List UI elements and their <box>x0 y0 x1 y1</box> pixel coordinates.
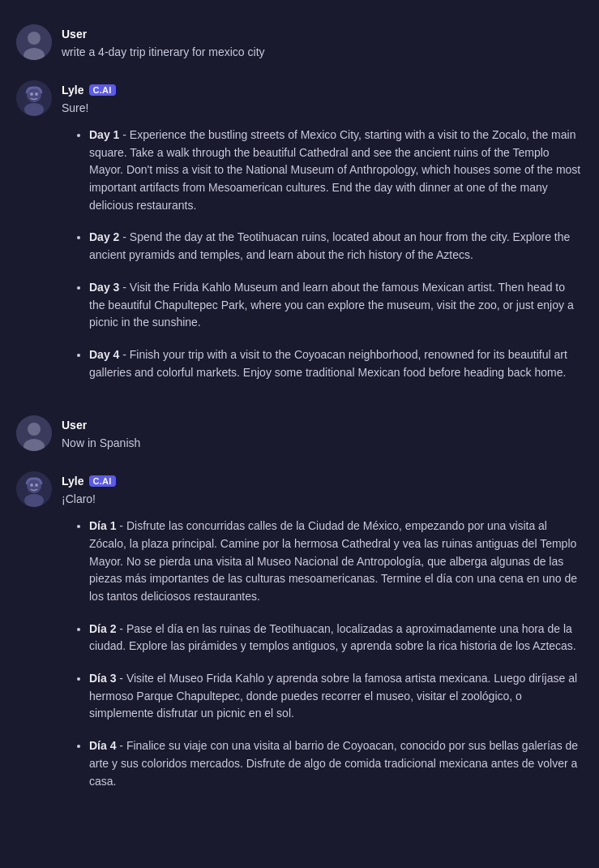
day-text: - Experience the bustling streets of Mex… <box>89 128 580 212</box>
message-header-4: Lyle C.AI <box>62 475 583 488</box>
message-block-3: User Now in Spanish <box>16 415 583 452</box>
day-label: Day 2 <box>89 230 119 243</box>
itinerary-english: Day 1 - Experience the bustling streets … <box>62 127 583 381</box>
list-item: Day 2 - Spend the day at the Teotihuacan… <box>89 229 583 264</box>
avatar-lyle-2 <box>16 471 52 507</box>
message-block-2: Lyle C.AI Sure! Day 1 - Experience the b… <box>16 80 583 396</box>
day-text: - Pase el día en las ruinas de Teotihuac… <box>89 622 576 653</box>
day-text: - Visite el Museo Frida Kahlo y aprenda … <box>89 672 577 720</box>
list-item: Day 4 - Finish your trip with a visit to… <box>89 346 583 381</box>
sender-name-1: User <box>62 28 87 41</box>
sender-name-2: Lyle <box>62 84 84 97</box>
day-text: - Visit the Frida Kahlo Museum and learn… <box>89 281 574 329</box>
cai-badge-2: C.AI <box>89 475 116 487</box>
svg-point-9 <box>28 423 41 436</box>
message-content-2: Lyle C.AI Sure! Day 1 - Experience the b… <box>62 80 583 396</box>
cai-badge-1: C.AI <box>89 84 116 96</box>
day-text: - Finalice su viaje con una visita al ba… <box>89 739 578 787</box>
message-content-1: User write a 4-day trip itinerary for me… <box>62 24 583 61</box>
svg-point-13 <box>24 494 44 507</box>
itinerary-spanish: Día 1 - Disfrute las concurridas calles … <box>62 518 583 790</box>
day-label: Día 2 <box>89 622 116 635</box>
message-intro-4: ¡Claro! <box>62 491 583 508</box>
avatar-lyle-1 <box>16 80 52 116</box>
list-item: Día 4 - Finalice su viaje con una visita… <box>89 737 583 790</box>
list-item: Day 3 - Visit the Frida Kahlo Museum and… <box>89 279 583 332</box>
day-text: - Finish your trip with a visit to the C… <box>89 348 567 379</box>
message-block-1: User write a 4-day trip itinerary for me… <box>16 24 583 61</box>
message-header-2: Lyle C.AI <box>62 84 583 97</box>
day-label: Day 3 <box>89 281 119 294</box>
message-block-4: Lyle C.AI ¡Claro! Día 1 - Disfrute las c… <box>16 471 583 805</box>
message-content-4: Lyle C.AI ¡Claro! Día 1 - Disfrute las c… <box>62 471 583 805</box>
message-text-1: write a 4-day trip itinerary for mexico … <box>62 44 583 61</box>
list-item: Día 1 - Disfrute las concurridas calles … <box>89 518 583 605</box>
sender-name-4: Lyle <box>62 475 84 488</box>
day-label: Día 1 <box>89 519 116 532</box>
chat-container: User write a 4-day trip itinerary for me… <box>0 16 599 832</box>
day-label: Day 1 <box>89 128 119 141</box>
sender-name-3: User <box>62 419 87 432</box>
message-intro-2: Sure! <box>62 100 583 117</box>
day-label: Día 3 <box>89 672 116 685</box>
list-item: Día 2 - Pase el día en las ruinas de Teo… <box>89 621 583 655</box>
day-label: Día 4 <box>89 739 116 752</box>
message-header-1: User <box>62 28 583 41</box>
message-content-3: User Now in Spanish <box>62 415 583 452</box>
svg-point-5 <box>24 103 44 116</box>
day-text: - Spend the day at the Teotihuacan ruins… <box>89 230 570 261</box>
message-text-3: Now in Spanish <box>62 435 583 452</box>
message-header-3: User <box>62 419 583 432</box>
svg-point-15 <box>35 483 38 487</box>
svg-point-7 <box>35 92 38 96</box>
avatar-user-1 <box>16 24 52 60</box>
list-item: Día 3 - Visite el Museo Frida Kahlo y ap… <box>89 670 583 723</box>
day-label: Day 4 <box>89 348 119 361</box>
svg-point-14 <box>30 483 33 487</box>
avatar-user-2 <box>16 415 52 451</box>
svg-point-6 <box>30 92 33 96</box>
day-text: - Disfrute las concurridas calles de la … <box>89 519 577 603</box>
svg-point-1 <box>28 32 41 45</box>
list-item: Day 1 - Experience the bustling streets … <box>89 127 583 214</box>
